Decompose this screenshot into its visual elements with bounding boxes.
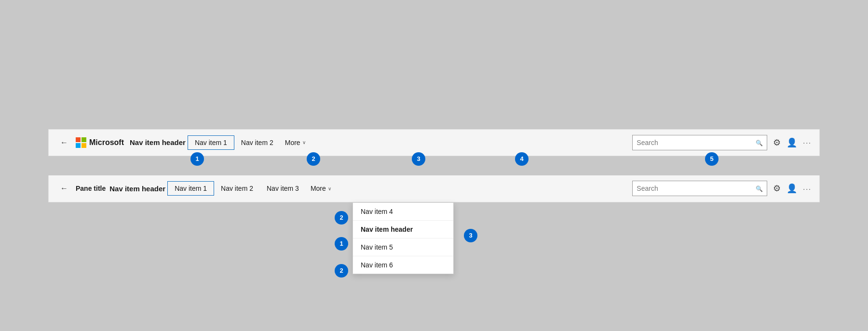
badge3-navbar1: 3 [412, 152, 425, 166]
navbar1-nav-item2[interactable]: Nav item 2 [234, 136, 280, 149]
dropdown-nav-header: Nav item header [353, 221, 453, 238]
navbar1-search-input[interactable] [637, 139, 754, 146]
badge4-navbar1: 4 [515, 152, 529, 166]
navbar1-ellipsis-button[interactable] [803, 137, 812, 147]
navbar1-nav-header: Nav item header [130, 138, 186, 146]
navbar1-more-button[interactable]: More ∨ [280, 136, 311, 149]
navbar2-nav-item3[interactable]: Nav item 3 [260, 182, 306, 195]
navbar2-nav-header: Nav item header [109, 185, 165, 193]
badge1-navbar1: 1 [190, 152, 204, 166]
navbar1-profile-icon[interactable]: 👤 [787, 137, 797, 148]
dropdown-item4[interactable]: Nav item 4 [353, 203, 453, 221]
navbar2-back-button[interactable] [56, 182, 72, 195]
navbar1-settings-icon[interactable] [773, 137, 781, 148]
badge3-dropdown: 3 [464, 229, 477, 242]
navbar2-search-box [632, 181, 767, 196]
dropdown-item5[interactable]: Nav item 5 [353, 238, 453, 256]
navbar2-more-button[interactable]: More ∨ [306, 182, 336, 195]
navbar2-pane-title: Pane title [76, 185, 106, 192]
ms-logo: Microsoft [76, 137, 124, 148]
navbar2-profile-icon[interactable]: 👤 [787, 183, 797, 194]
search-icon [756, 139, 763, 146]
ms-logo-green [81, 137, 86, 142]
badge2-dropdown-item4: 2 [335, 211, 348, 225]
ms-logo-text: Microsoft [89, 138, 124, 147]
navbar2-search-input[interactable] [637, 185, 754, 192]
navbar2-nav-item1[interactable]: Nav item 1 [167, 181, 214, 196]
ms-logo-yellow [81, 143, 86, 148]
navbar2-ellipsis-button[interactable] [803, 184, 812, 194]
navbar1: Microsoft Nav item header Nav item 1 Nav… [48, 129, 820, 156]
badge2-dropdown-item5: 2 [335, 264, 348, 278]
chevron-down-icon: ∨ [302, 140, 306, 145]
badge1-dropdown-header: 1 [335, 237, 348, 251]
badge2-navbar1: 2 [307, 152, 320, 166]
navbar2-settings-icon[interactable] [773, 183, 781, 194]
badge5-navbar1: 5 [705, 152, 719, 166]
page-container: Microsoft Nav item header Nav item 1 Nav… [0, 0, 868, 331]
navbar2-nav-item2[interactable]: Nav item 2 [214, 182, 260, 195]
ms-logo-blue [76, 143, 81, 148]
ms-logo-grid [76, 137, 86, 148]
more-dropdown-menu: Nav item 4 Nav item header Nav item 5 Na… [353, 202, 454, 274]
navbar1-search-box [632, 135, 767, 150]
navbar1-nav-item1[interactable]: Nav item 1 [188, 135, 234, 150]
search-icon-2 [756, 185, 763, 192]
chevron-down-icon-2: ∨ [328, 186, 331, 191]
ms-logo-red [76, 137, 81, 142]
navbar1-back-button[interactable] [56, 136, 72, 149]
dropdown-item6[interactable]: Nav item 6 [353, 256, 453, 274]
navbar2: Pane title Nav item header Nav item 1 Na… [48, 175, 820, 202]
navbar-spacer [48, 156, 820, 175]
navbars-wrapper: Microsoft Nav item header Nav item 1 Nav… [48, 129, 820, 202]
